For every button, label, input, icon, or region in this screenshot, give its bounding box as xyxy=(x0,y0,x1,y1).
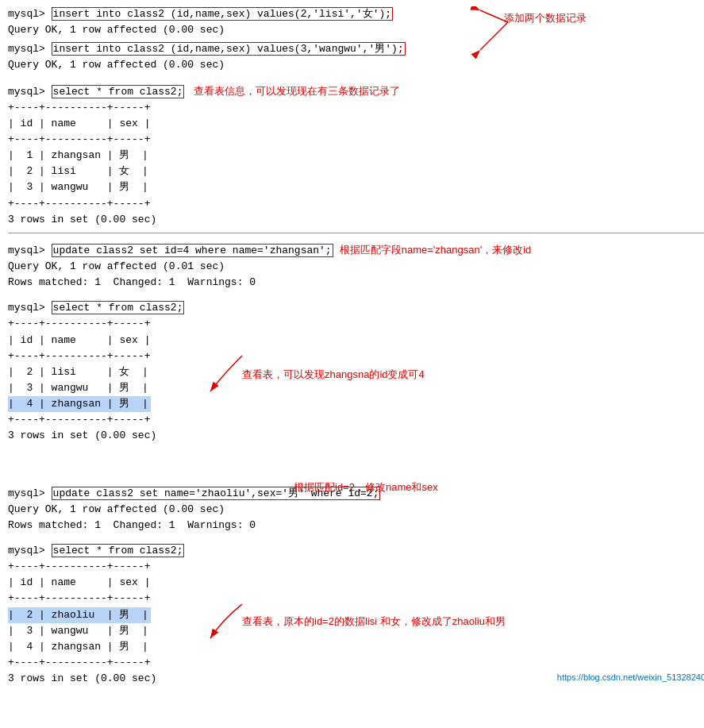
insert1-sql: insert into class2 (id,name,sex) values(… xyxy=(52,7,393,21)
insert1-line: mysql> insert into class2 (id,name,sex) … xyxy=(8,6,704,22)
table3-header: | id | name | sex | xyxy=(8,575,704,591)
table2-border1: +----+----------+-----+ xyxy=(8,316,704,332)
update1-annotation: 根据匹配字段name='zhangsan'，来修改id xyxy=(340,244,532,256)
select3-sql: select * from class2; xyxy=(52,544,185,557)
prompt2: mysql> xyxy=(8,43,52,55)
table3-row3: | 4 | zhangsan | 男 | xyxy=(8,639,704,655)
select3-section: mysql> select * from class2; +----+-----… xyxy=(8,543,704,687)
table3-border3: +----+----------+-----+ xyxy=(8,655,704,671)
select1-annotation: 查看表信息，可以发现现在有三条数据记录了 xyxy=(194,85,400,97)
table1-header: | id | name | sex | xyxy=(8,116,704,132)
table2-row2: | 3 | wangwu | 男 | xyxy=(8,380,704,396)
insert2-line: mysql> insert into class2 (id,name,sex) … xyxy=(8,41,704,57)
prompt7: mysql> xyxy=(8,545,52,557)
table3-row2: | 3 | wangwu | 男 | xyxy=(8,623,704,639)
insert2-output: Query OK, 1 row affected (0.00 sec) xyxy=(8,57,704,73)
table1-border1: +----+----------+-----+ xyxy=(8,100,704,116)
update1-output1: Query OK, 1 row affected (0.01 sec) xyxy=(8,259,704,275)
prompt4: mysql> xyxy=(8,245,52,256)
table1-row3: | 3 | wangwu | 男 | xyxy=(8,179,704,195)
update2-output1: Query OK, 1 row affected (0.00 sec) xyxy=(8,502,704,518)
table1-row2: | 2 | lisi | 女 | xyxy=(8,164,704,179)
prompt3: mysql> xyxy=(8,86,52,98)
table3-border2: +----+----------+-----+ xyxy=(8,591,704,607)
update1-section: mysql> update class2 set id=4 where name… xyxy=(8,242,704,291)
update1-sql: update class2 set id=4 where name='zhang… xyxy=(52,244,333,257)
update1-line: mysql> update class2 set id=4 where name… xyxy=(8,242,704,259)
table1-border2: +----+----------+-----+ xyxy=(8,132,704,148)
table1-count: 3 rows in set (0.00 sec) xyxy=(8,212,704,228)
table3-border1: +----+----------+-----+ xyxy=(8,559,704,575)
table2-row1: | 2 | lisi | 女 | xyxy=(8,364,704,380)
table2-border2: +----+----------+-----+ xyxy=(8,349,704,364)
select2-section: mysql> select * from class2; +----+-----… xyxy=(8,300,704,444)
insert1-section: mysql> insert into class2 (id,name,sex) … xyxy=(8,6,704,38)
table2-header: | id | name | sex | xyxy=(8,333,704,349)
prompt6: mysql> xyxy=(8,487,52,499)
insert2-section: mysql> insert into class2 (id,name,sex) … xyxy=(8,41,704,73)
table1-border3: +----+----------+-----+ xyxy=(8,196,704,212)
select3-line: mysql> select * from class2; xyxy=(8,543,704,559)
select1-line: mysql> select * from class2;查看表信息，可以发现现在… xyxy=(8,83,704,100)
select2-sql: select * from class2; xyxy=(52,301,185,314)
table2-row3-highlighted: | 4 | zhangsan | 男 | xyxy=(8,396,704,412)
table1-row1: | 1 | zhangsan | 男 | xyxy=(8,148,704,164)
select2-line: mysql> select * from class2; xyxy=(8,300,704,316)
table2-count: 3 rows in set (0.00 sec) xyxy=(8,428,704,444)
table3-row1-highlighted: | 2 | zhaoliu | 男 | xyxy=(8,607,704,623)
insert1-output: Query OK, 1 row affected (0.00 sec) xyxy=(8,22,704,38)
insert-annotation: 添加两个数据记录 xyxy=(504,11,587,25)
update1-output2: Rows matched: 1 Changed: 1 Warnings: 0 xyxy=(8,275,704,291)
table2-border3: +----+----------+-----+ xyxy=(8,412,704,428)
select1-section: mysql> select * from class2;查看表信息，可以发现现在… xyxy=(8,83,704,228)
select1-sql: select * from class2; xyxy=(52,85,185,98)
update2-output2: Rows matched: 1 Changed: 1 Warnings: 0 xyxy=(8,518,704,533)
mid-annotation: 根据匹配id=2，修改name和sex xyxy=(294,480,438,495)
watermark: https://blog.csdn.net/weixin_51328240 xyxy=(557,672,704,682)
prompt5: mysql> xyxy=(8,302,52,314)
prompt: mysql> xyxy=(8,8,52,20)
insert2-sql: insert into class2 (id,name,sex) values(… xyxy=(52,42,406,56)
